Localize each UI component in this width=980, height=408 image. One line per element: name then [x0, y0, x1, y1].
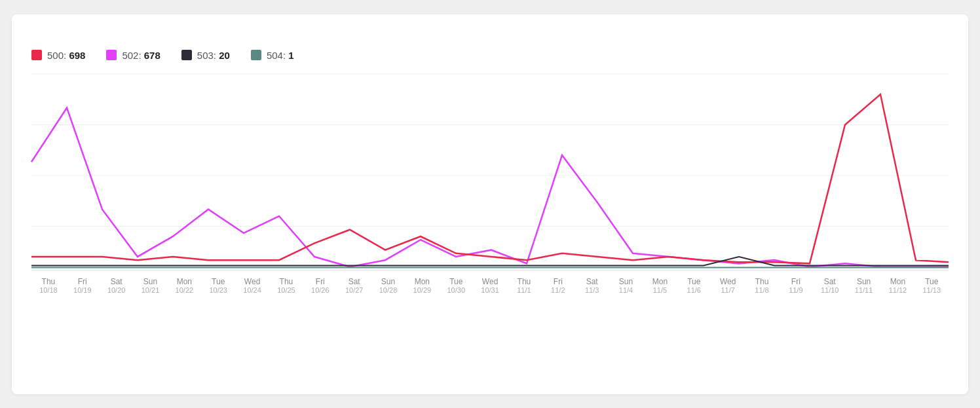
x-date-label: 10/25: [277, 286, 295, 294]
x-date-label: 10/19: [73, 286, 92, 294]
x-day-label: Sun: [143, 277, 157, 286]
x-date-label: 10/21: [141, 286, 160, 294]
legend-label-500: 500: 698: [47, 50, 85, 61]
x-axis-labels: Thu 10/18 Fri 10/19 Sat 10/20 Sun 10/21 …: [31, 277, 949, 294]
x-label-group: Thu 10/18: [31, 277, 66, 294]
x-label-group: Sun 11/11: [847, 277, 881, 294]
x-day-label: Thu: [280, 277, 293, 286]
x-label-group: Tue 10/30: [439, 277, 473, 294]
x-day-label: Thu: [755, 277, 769, 286]
x-day-label: Fri: [791, 277, 801, 286]
legend-swatch-502: [106, 50, 117, 60]
x-day-label: Sun: [381, 277, 395, 286]
x-date-label: 10/24: [243, 286, 261, 294]
x-day-label: Sat: [824, 277, 836, 286]
x-date-label: 11/12: [889, 286, 907, 294]
legend-swatch-503: [181, 50, 192, 60]
x-label-group: Tue 11/6: [677, 277, 711, 294]
legend-swatch-504: [251, 50, 261, 60]
legend-item-504: 504: 1: [251, 50, 294, 61]
x-date-label: 11/3: [585, 286, 599, 294]
x-label-group: Fri 10/19: [66, 277, 100, 294]
legend-label-502: 502: 678: [122, 50, 160, 61]
x-day-label: Tue: [925, 277, 938, 286]
x-label-group: Wed 11/7: [711, 277, 745, 294]
legend: 500: 698 502: 678 503: 20 504: 1: [31, 50, 949, 61]
x-label-group: Fri 10/26: [303, 277, 337, 294]
x-date-label: 11/4: [619, 286, 633, 294]
x-label-group: Wed 10/24: [235, 277, 269, 294]
x-date-label: 10/31: [481, 286, 499, 294]
x-label-group: Mon 11/12: [880, 277, 914, 294]
x-date-label: 11/9: [789, 286, 802, 294]
x-day-label: Mon: [890, 277, 905, 286]
x-label-group: Sun 10/21: [134, 277, 168, 294]
x-date-label: 10/28: [379, 286, 398, 294]
x-date-label: 10/27: [345, 286, 364, 294]
legend-value-500: 698: [69, 50, 85, 61]
x-day-label: Fri: [554, 277, 563, 286]
x-day-label: Tue: [687, 277, 700, 286]
x-day-label: Mon: [177, 277, 192, 286]
x-day-label: Thu: [42, 277, 56, 286]
x-date-label: 11/2: [551, 286, 565, 294]
x-date-label: 11/1: [517, 286, 531, 294]
line-502: [31, 107, 949, 267]
x-label-group: Sat 10/27: [337, 277, 371, 294]
legend-value-503: 20: [219, 50, 230, 61]
x-day-label: Mon: [415, 277, 430, 286]
x-day-label: Sat: [586, 277, 598, 286]
legend-item-500: 500: 698: [31, 50, 85, 61]
x-date-label: 10/23: [209, 286, 227, 294]
legend-item-502: 502: 678: [106, 50, 160, 61]
x-day-label: Wed: [482, 277, 498, 286]
x-label-group: Mon 10/29: [405, 277, 439, 294]
x-date-label: 11/6: [687, 286, 701, 294]
x-day-label: Sat: [349, 277, 360, 286]
x-day-label: Tue: [449, 277, 462, 286]
chart-area: [31, 74, 949, 277]
chart-svg: [31, 74, 949, 277]
chart-card: 500: 698 502: 678 503: 20 504: 1: [12, 14, 968, 394]
x-date-label: 11/10: [821, 286, 839, 294]
x-day-label: Thu: [518, 277, 531, 286]
x-date-label: 10/30: [447, 286, 465, 294]
x-label-group: Sat 11/3: [575, 277, 609, 294]
x-label-group: Thu 11/1: [507, 277, 541, 294]
x-label-group: Tue 11/13: [914, 277, 949, 294]
x-date-label: 11/8: [755, 286, 768, 294]
x-date-label: 10/20: [107, 286, 126, 294]
x-day-label: Wed: [720, 277, 736, 286]
x-day-label: Sat: [111, 277, 122, 286]
x-label-group: Tue 10/23: [201, 277, 235, 294]
x-date-label: 11/7: [721, 286, 734, 294]
x-label-group: Sat 10/20: [100, 277, 134, 294]
x-label-group: Sun 10/28: [371, 277, 405, 294]
x-day-label: Wed: [244, 277, 260, 286]
x-label-group: Sun 11/4: [609, 277, 643, 294]
x-date-label: 10/29: [413, 286, 432, 294]
legend-item-503: 503: 20: [181, 50, 230, 61]
x-date-label: 10/22: [176, 286, 194, 294]
x-label-group: Thu 10/25: [269, 277, 303, 294]
x-day-label: Sun: [619, 277, 633, 286]
legend-swatch-500: [31, 50, 42, 60]
legend-label-503: 503: 20: [197, 50, 230, 61]
x-date-label: 11/13: [923, 286, 941, 294]
x-day-label: Tue: [212, 277, 225, 286]
x-label-group: Mon 11/5: [643, 277, 677, 294]
legend-label-504: 504: 1: [267, 50, 294, 61]
legend-value-504: 1: [288, 50, 293, 61]
x-label-group: Fri 11/2: [541, 277, 575, 294]
x-label-group: Thu 11/8: [745, 277, 779, 294]
x-label-group: Fri 11/9: [779, 277, 813, 294]
x-label-group: Wed 10/31: [473, 277, 507, 294]
x-label-group: Mon 10/22: [167, 277, 201, 294]
x-day-label: Fri: [316, 277, 325, 286]
x-day-label: Fri: [78, 277, 87, 286]
x-day-label: Sun: [857, 277, 871, 286]
x-date-label: 10/26: [311, 286, 330, 294]
x-date-label: 10/18: [39, 286, 58, 294]
x-label-group: Sat 11/10: [813, 277, 847, 294]
x-date-label: 11/11: [855, 286, 873, 294]
